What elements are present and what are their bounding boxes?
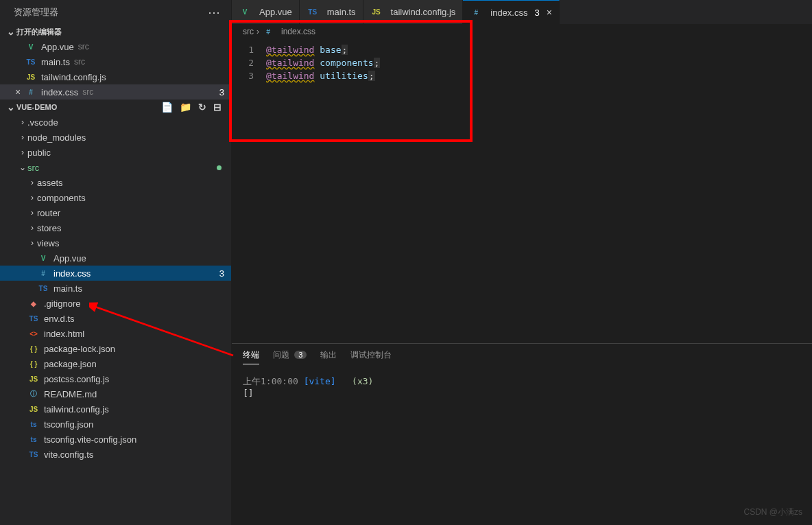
folder-label: assets [37,178,63,188]
folder-label: .vscode [27,117,58,128]
folder-label: src [27,163,39,173]
editor-tab[interactable]: VApp.vue [232,0,300,24]
terminal-output[interactable]: 上午1:00:00 [vite] (x3) [] [232,370,812,404]
line-number: 2 [232,56,266,69]
problem-badge: 3 [219,268,224,279]
tree-file[interactable]: JSpostcss.config.js [0,371,231,386]
tree-folder[interactable]: ›views [0,235,231,250]
terminal-panel: 终端 问题 3 输出 调试控制台 上午1:00:00 [vite] (x3) [… [232,343,812,525]
line-number: 1 [232,43,266,56]
open-editor-item[interactable]: VApp.vuesrc [0,39,231,54]
code-line: 2@tailwind components; [232,56,812,69]
open-editors-label: 打开的编辑器 [16,27,62,37]
open-editor-item[interactable]: ×#index.csssrc3 [0,84,231,100]
breadcrumb-file: index.css [281,27,315,36]
vue-file-icon: V [37,255,49,262]
chevron-icon: ⌄ [18,163,27,172]
terminal-tab-debug[interactable]: 调试控制台 [350,349,392,364]
file-label: package-lock.json [44,344,115,354]
explorer-sidebar: 资源管理器 ⋯ ⌄ 打开的编辑器 VApp.vuesrcTSmain.tssrc… [0,0,232,525]
tree-file[interactable]: ◆.gitignore [0,296,231,311]
chevron-icon: › [18,132,27,142]
open-editors-section[interactable]: ⌄ 打开的编辑器 [0,24,231,39]
chevron-icon: › [18,117,27,127]
tree-folder[interactable]: ›node_modules [0,130,231,145]
file-label: index.html [44,329,84,339]
collapse-icon[interactable]: ⊟ [213,102,222,113]
css-file-icon: # [37,270,49,277]
project-name: VUE-DEMO [16,103,57,111]
tree-folder[interactable]: ›components [0,190,231,205]
more-actions-icon[interactable]: ⋯ [208,5,226,20]
tree-folder[interactable]: ›assets [0,175,231,190]
chevron-icon: › [27,208,37,218]
file-label: main.ts [53,283,82,294]
file-label: env.d.ts [44,314,75,324]
terminal-tab-output[interactable]: 输出 [320,349,337,364]
tree-file[interactable]: ⓘREADME.md [0,386,231,401]
tree-file[interactable]: VApp.vue [0,250,231,266]
css-file-icon: # [470,9,482,16]
tree-file[interactable]: { }package.json [0,356,231,371]
code-line: 3@tailwind utilities; [232,69,812,82]
chevron-icon: › [27,193,37,202]
problem-badge: 3 [219,87,224,97]
project-section-header[interactable]: ⌄ VUE-DEMO 📄 📁 ↻ ⊟ [0,100,231,115]
terminal-tab-terminal[interactable]: 终端 [243,349,259,364]
tree-file[interactable]: TSenv.d.ts [0,311,231,326]
json-file-icon: { } [27,360,40,368]
close-icon[interactable]: × [544,7,552,18]
tree-file[interactable]: TSvite.config.ts [0,447,231,462]
info-file-icon: ⓘ [27,389,40,399]
tab-label: tailwind.config.js [391,7,456,17]
code-editor[interactable]: 1@tailwind base;2@tailwind components;3@… [232,39,812,343]
file-label: App.vue [41,42,74,52]
editor-tab[interactable]: TSmain.ts [300,0,363,24]
tree-folder[interactable]: ⌄src [0,160,231,175]
js-file-icon: JS [27,375,40,383]
terminal-vite-label: [vite] [304,376,336,386]
folder-label: stores [37,223,61,233]
editor-tab[interactable]: JStailwind.config.js [363,0,464,24]
tab-label: App.vue [259,7,292,17]
folder-label: node_modules [27,132,86,143]
tree-folder[interactable]: ›public [0,145,231,160]
tree-file[interactable]: JStailwind.config.js [0,401,231,417]
watermark: CSDN @小满zs [743,506,802,518]
file-label: tsconfig.json [44,419,93,430]
breadcrumb[interactable]: src › # index.css [232,24,812,39]
terminal-tab-problems[interactable]: 问题 3 [273,349,307,364]
open-editors-list: VApp.vuesrcTSmain.tssrcJStailwind.config… [0,39,231,100]
explorer-header: 资源管理器 ⋯ [0,0,231,24]
chevron-icon: › [27,238,37,248]
tree-file[interactable]: <>index.html [0,326,231,341]
code-line: 1@tailwind base; [232,43,812,56]
folder-label: components [37,193,86,203]
ts-file-icon: TS [27,451,40,458]
tree-file[interactable]: tstsconfig.vite-config.json [0,432,231,447]
tree-folder[interactable]: ›.vscode [0,115,231,130]
editor-main: VApp.vueTSmain.tsJStailwind.config.js#in… [232,0,812,525]
tree-file[interactable]: { }package-lock.json [0,341,231,356]
open-editor-item[interactable]: TSmain.tssrc [0,54,231,69]
gitignore-file-icon: ◆ [27,300,40,307]
ts-file-icon: ts [27,421,40,428]
refresh-icon[interactable]: ↻ [198,102,206,113]
project-actions: 📄 📁 ↻ ⊟ [161,102,226,113]
tree-file[interactable]: TSmain.ts [0,281,231,296]
tree-folder[interactable]: ›router [0,205,231,220]
tree-file[interactable]: tstsconfig.json [0,417,231,432]
new-folder-icon[interactable]: 📁 [180,102,191,113]
chevron-down-icon: ⌄ [5,102,16,113]
js-file-icon: JS [370,8,383,16]
tree-folder[interactable]: ›stores [0,220,231,235]
ts-file-icon: ts [27,436,40,443]
ts-file-icon: TS [307,8,319,16]
tab-label: main.ts [327,7,356,17]
new-file-icon[interactable]: 📄 [161,102,173,113]
open-editor-item[interactable]: JStailwind.config.js [0,69,231,84]
terminal-tabs: 终端 问题 3 输出 调试控制台 [232,344,812,370]
tree-file[interactable]: #index.css3 [0,266,231,281]
close-icon[interactable]: × [11,86,25,97]
editor-tab[interactable]: #index.css3× [463,0,560,24]
